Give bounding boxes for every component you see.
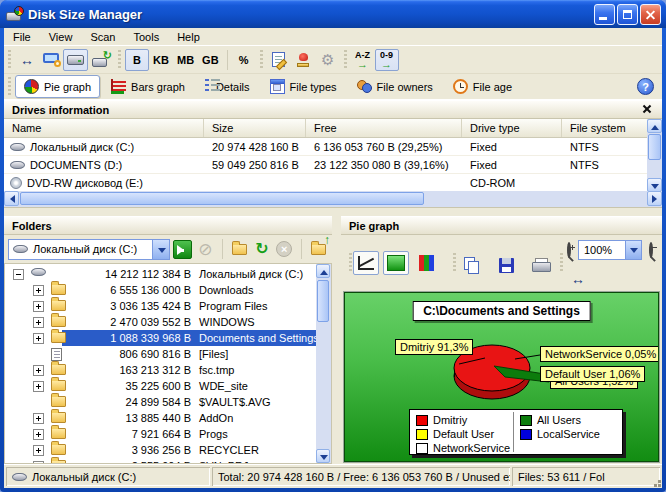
scan-network-button[interactable] bbox=[291, 49, 316, 71]
zoom-out-button[interactable] bbox=[649, 244, 653, 256]
pie-chart-area[interactable]: C:\Documents and Settings Dmitriy 91,3% … bbox=[344, 292, 659, 462]
help-button[interactable]: ? bbox=[637, 78, 654, 95]
expander-icon[interactable] bbox=[33, 333, 44, 344]
chart-style-colors-button[interactable] bbox=[413, 251, 439, 275]
fit-columns-button[interactable]: ↔ bbox=[15, 49, 39, 71]
tree-row[interactable]: 3 936 256 B RECYCLER bbox=[5, 442, 316, 458]
print-button[interactable] bbox=[527, 253, 553, 277]
view-tab[interactable]: File types bbox=[261, 75, 346, 98]
report-button[interactable] bbox=[267, 49, 291, 71]
toolbar-gripper[interactable] bbox=[349, 253, 352, 273]
folders-vertical-scrollbar[interactable] bbox=[316, 264, 331, 463]
tree-row[interactable]: 3 036 135 424 B Program Files bbox=[5, 298, 316, 314]
expander-icon[interactable] bbox=[33, 285, 44, 296]
tree-row[interactable]: 35 225 600 B WDE_site bbox=[5, 378, 316, 394]
tree-row[interactable]: 13 885 440 B AddOn bbox=[5, 410, 316, 426]
tree-row[interactable]: 806 690 816 B [Files] bbox=[5, 346, 316, 362]
tree-row[interactable]: 7 921 664 B Progs bbox=[5, 426, 316, 442]
column-header[interactable]: Drive type bbox=[462, 119, 562, 137]
column-header[interactable]: File system bbox=[562, 119, 647, 137]
sort-button[interactable]: A-Z→ bbox=[351, 49, 375, 71]
column-header[interactable]: Size bbox=[204, 119, 306, 137]
drives-vertical-scrollbar[interactable] bbox=[647, 119, 662, 192]
save-button[interactable] bbox=[493, 253, 519, 277]
scroll-down-button[interactable] bbox=[316, 449, 330, 463]
refresh-button[interactable]: ↻ bbox=[252, 238, 271, 260]
tree-row[interactable]: 163 213 312 B fsc.tmp bbox=[5, 362, 316, 378]
zoom-in-button[interactable] bbox=[567, 244, 571, 256]
horizontal-splitter[interactable] bbox=[4, 208, 662, 216]
scrollbar-thumb[interactable] bbox=[317, 280, 329, 322]
scroll-up-button[interactable] bbox=[316, 264, 330, 278]
scan-go-button[interactable] bbox=[173, 238, 192, 260]
unit-button[interactable]: KB bbox=[149, 49, 173, 71]
view-tab[interactable]: File owners bbox=[348, 75, 442, 98]
unit-button[interactable]: GB bbox=[198, 49, 223, 71]
toolbar-gripper[interactable] bbox=[453, 253, 456, 273]
copy-button[interactable] bbox=[459, 253, 485, 277]
remove-button[interactable]: × bbox=[275, 238, 294, 260]
menu-item[interactable]: Help bbox=[168, 29, 209, 45]
close-button[interactable] bbox=[640, 4, 661, 25]
view-tab[interactable]: Bars graph bbox=[102, 75, 194, 98]
chart-style-solid-button[interactable] bbox=[383, 251, 409, 275]
open-folder-button[interactable] bbox=[230, 238, 249, 260]
expander-icon[interactable] bbox=[33, 461, 44, 463]
expander-icon[interactable] bbox=[33, 413, 44, 424]
sort-button[interactable]: 0-9→ bbox=[375, 49, 399, 71]
view-tab[interactable]: Pie graph bbox=[15, 75, 100, 98]
fit-chart-button[interactable]: ↔ bbox=[571, 271, 585, 287]
expander-icon[interactable] bbox=[13, 269, 24, 280]
tree-row[interactable]: 24 899 584 B $VAULT$.AVG bbox=[5, 394, 316, 410]
tree-row[interactable]: 1 088 339 968 B Documents and Settings bbox=[5, 330, 316, 346]
chart-style-axes-button[interactable] bbox=[353, 251, 379, 275]
percent-button[interactable]: % bbox=[232, 49, 256, 71]
view-tab[interactable]: File age bbox=[444, 75, 521, 98]
scroll-right-button[interactable] bbox=[647, 191, 662, 206]
vertical-splitter[interactable] bbox=[332, 216, 341, 464]
unit-button[interactable]: B bbox=[125, 49, 149, 71]
scrollbar-thumb[interactable] bbox=[648, 134, 661, 160]
scroll-down-button[interactable] bbox=[647, 178, 662, 192]
menu-item[interactable]: File bbox=[4, 29, 40, 45]
tree-row[interactable]: 6 555 136 000 B Downloads bbox=[5, 282, 316, 298]
column-header[interactable]: Name bbox=[4, 119, 204, 137]
toolbar-gripper[interactable] bbox=[260, 50, 263, 70]
scrollbar-thumb[interactable] bbox=[20, 192, 424, 205]
tree-row[interactable]: 14 212 112 384 B Локальный диск (C:) bbox=[5, 266, 316, 282]
drives-horizontal-scrollbar[interactable] bbox=[4, 191, 662, 207]
settings-button[interactable]: ⚙ bbox=[316, 49, 340, 71]
chevron-down-icon[interactable] bbox=[625, 241, 641, 259]
toolbar-gripper[interactable] bbox=[560, 253, 563, 273]
titlebar[interactable]: Disk Size Manager bbox=[0, 0, 666, 28]
toolbar-gripper[interactable] bbox=[118, 50, 121, 70]
maximize-button[interactable] bbox=[617, 4, 638, 25]
toolbar-gripper[interactable] bbox=[8, 50, 11, 70]
toolbar-gripper[interactable] bbox=[344, 50, 347, 70]
scroll-up-button[interactable] bbox=[647, 119, 662, 133]
tree-row[interactable]: 2 470 039 552 B WINDOWS bbox=[5, 314, 316, 330]
folder-up-button[interactable]: ↑ bbox=[309, 238, 328, 260]
drive-row[interactable]: DOCUMENTS (D:) 59 049 250 816 B 23 122 3… bbox=[4, 156, 647, 174]
rescan-drive-button[interactable]: ↻ bbox=[88, 49, 114, 71]
resize-grip[interactable] bbox=[658, 484, 661, 487]
menu-item[interactable]: View bbox=[40, 29, 82, 45]
expander-icon[interactable] bbox=[33, 301, 44, 312]
unit-button[interactable]: MB bbox=[173, 49, 198, 71]
expander-icon[interactable] bbox=[33, 445, 44, 456]
tree-row[interactable]: 2 555 904 B SVN_PRJ bbox=[5, 458, 316, 463]
menu-item[interactable]: Scan bbox=[81, 29, 124, 45]
drive-select-combo[interactable]: Локальный диск (C:) bbox=[8, 239, 170, 260]
drives-button[interactable] bbox=[63, 49, 88, 71]
minimize-button[interactable] bbox=[594, 4, 615, 25]
chevron-down-icon[interactable] bbox=[152, 240, 169, 259]
column-header[interactable]: Free bbox=[306, 119, 462, 137]
expander-icon[interactable] bbox=[33, 429, 44, 440]
expander-icon[interactable] bbox=[33, 365, 44, 376]
view-tab[interactable]: Details bbox=[196, 75, 259, 98]
expander-icon[interactable] bbox=[33, 317, 44, 328]
expander-icon[interactable] bbox=[33, 381, 44, 392]
stop-scan-button[interactable]: ⊘ bbox=[196, 238, 215, 260]
drives-panel-close-icon[interactable] bbox=[641, 103, 654, 116]
zoom-level-combo[interactable]: 100% bbox=[578, 240, 642, 260]
